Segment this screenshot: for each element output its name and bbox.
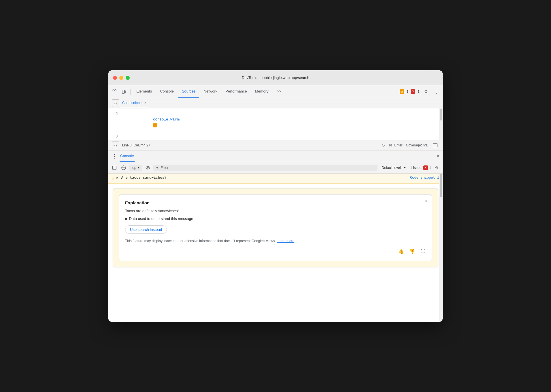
settings-icon[interactable]: ⚙ [422, 88, 430, 96]
console-warn-row: ⚠ ▶ Are tacos sandwiches? Code snippet:1 [108, 174, 443, 184]
filter-input[interactable] [161, 166, 375, 170]
svg-rect-1 [115, 90, 116, 91]
filter-input-wrap: ▼ [153, 165, 378, 171]
explanation-close-button[interactable]: × [425, 199, 428, 204]
toolbar-separator-1 [130, 89, 131, 95]
coverage-label: Coverage: n/a [406, 143, 428, 147]
close-button[interactable] [113, 76, 117, 80]
explanation-body: Tacos are definitely sandwiches! [125, 209, 426, 213]
tab-memory[interactable]: Memory [252, 85, 272, 98]
warn-badge-inline: ! [153, 123, 157, 127]
expand-arrow-icon[interactable]: ▶ [116, 176, 118, 180]
explanation-title: Explanation [125, 200, 426, 205]
devtools-body: Elements Console Sources Network Perform… [108, 85, 443, 322]
warn-badge: ⚠ [400, 89, 404, 94]
format-icon[interactable]: {} [112, 99, 119, 107]
run-shortcut: ⌘+Enter [389, 143, 403, 147]
inspect-icon[interactable] [111, 88, 119, 96]
line-code-1: console.warn( ! [123, 111, 439, 134]
more-tabs-button[interactable]: >> [273, 85, 284, 98]
code-editor: 1 console.warn( ! 2 "Are tacos sandwiche… [108, 108, 443, 140]
info-icon[interactable]: ⓘ [419, 247, 427, 255]
device-icon[interactable] [120, 88, 128, 96]
svg-rect-2 [122, 90, 124, 93]
source-link[interactable]: Code snippet:1 [410, 176, 439, 180]
tab-performance[interactable]: Performance [222, 85, 250, 98]
more-options-icon[interactable]: ⋮ [432, 88, 440, 96]
run-icon: ▷ [382, 143, 385, 148]
code-line-2: 2 "Are tacos sandwiches? %c YOU CAN ONLY… [108, 134, 439, 140]
learn-more-link[interactable]: Learn more [277, 239, 294, 243]
svg-rect-6 [113, 166, 116, 169]
filter-icon: ▼ [156, 166, 159, 170]
use-search-button[interactable]: Use search instead [125, 225, 167, 234]
code-content: 1 console.warn( ! 2 "Are tacos sandwiche… [108, 108, 439, 140]
issues-badge: ✕ [423, 165, 428, 170]
tab-console[interactable]: Console [156, 85, 177, 98]
snippet-header: {} Code snippet × [108, 98, 443, 108]
svg-rect-4 [433, 144, 437, 147]
snippet-close-icon[interactable]: × [144, 101, 146, 105]
disclaimer-text: This feature may display inaccurate or o… [125, 238, 426, 244]
titlebar: DevTools - bubble-jingle.web.app/search [108, 70, 443, 85]
warn-icon: ⚠ [112, 176, 114, 181]
toolbar-right: ⚠ 1 ✕ 1 ⚙ ⋮ [400, 88, 440, 96]
curly-icon: {} [114, 101, 117, 105]
svg-rect-3 [125, 91, 126, 93]
line-number-2: 2 [108, 135, 123, 140]
context-selector[interactable]: top ▼ [129, 165, 142, 171]
console-menu-icon[interactable]: ⋮ [112, 153, 117, 159]
status-bar-right: ▷ ⌘+Enter Coverage: n/a [382, 141, 439, 149]
data-used-row[interactable]: ▶ Data used to understand this message [125, 216, 426, 221]
line-number-1: 1 [108, 111, 123, 116]
devtools-window: DevTools - bubble-jingle.web.app/search … [108, 70, 443, 322]
window-title: DevTools - bubble-jingle.web.app/search [242, 76, 309, 80]
console-scrollbar[interactable] [439, 174, 443, 322]
snippet-tab[interactable]: Code snippet × [121, 98, 148, 108]
code-line-1: 1 console.warn( ! [108, 111, 439, 134]
code-scrollbar[interactable] [439, 108, 443, 140]
console-warn-text: ▶ Are tacos sandwiches? [116, 176, 408, 180]
console-header: ⋮ Console × [108, 150, 443, 162]
pretty-print-icon[interactable]: {} [112, 142, 119, 149]
console-scrollbar-thumb[interactable] [440, 174, 442, 197]
tab-sources[interactable]: Sources [178, 85, 199, 98]
svg-point-10 [147, 167, 148, 168]
console-toolbar: top ▼ ▼ Default levels ▼ 1 Issue: ✕ 1 [108, 162, 443, 174]
console-settings-icon[interactable]: ⚙ [433, 164, 440, 171]
chevron-down-icon: ▼ [137, 166, 140, 169]
code-scrollbar-thumb[interactable] [440, 109, 442, 120]
feedback-icons: 👍 👎 ⓘ [397, 247, 427, 255]
maximize-button[interactable] [126, 76, 130, 80]
line-code-2: "Are tacos sandwiches? %c YOU CAN ONLY R… [123, 135, 439, 140]
code-scroll-area: 1 console.warn( ! 2 "Are tacos sandwiche… [108, 108, 439, 140]
err-count: 1 [418, 90, 420, 94]
warn-count: 1 [407, 90, 409, 94]
issues-button[interactable]: 1 Issue: ✕ 1 [410, 165, 431, 170]
console-tab[interactable]: Console [120, 150, 135, 162]
console-output: ⚠ ▶ Are tacos sandwiches? Code snippet:1… [108, 174, 443, 322]
top-toolbar: Elements Console Sources Network Perform… [108, 85, 443, 98]
console-close-icon[interactable]: × [437, 154, 439, 159]
window-controls [113, 76, 130, 80]
status-bar: {} Line 3, Column 27 ▷ ⌘+Enter Coverage:… [108, 140, 443, 150]
eye-icon[interactable] [144, 164, 152, 171]
explanation-card: Explanation × Tacos are definitely sandw… [113, 188, 438, 267]
sidebar-panel-icon[interactable] [111, 164, 118, 171]
sidebar-icon[interactable] [431, 141, 439, 149]
err-badge: ✕ [411, 89, 415, 94]
thumbup-icon[interactable]: 👍 [397, 247, 405, 255]
svg-rect-0 [113, 90, 114, 91]
tab-elements[interactable]: Elements [133, 85, 155, 98]
clear-console-icon[interactable] [120, 164, 127, 171]
thumbdown-icon[interactable]: 👎 [408, 247, 416, 255]
levels-chevron-icon: ▼ [403, 166, 406, 169]
tab-network[interactable]: Network [200, 85, 221, 98]
levels-selector[interactable]: Default levels ▼ [379, 165, 408, 171]
cursor-position: Line 3, Column 27 [122, 143, 150, 147]
minimize-button[interactable] [119, 76, 123, 80]
